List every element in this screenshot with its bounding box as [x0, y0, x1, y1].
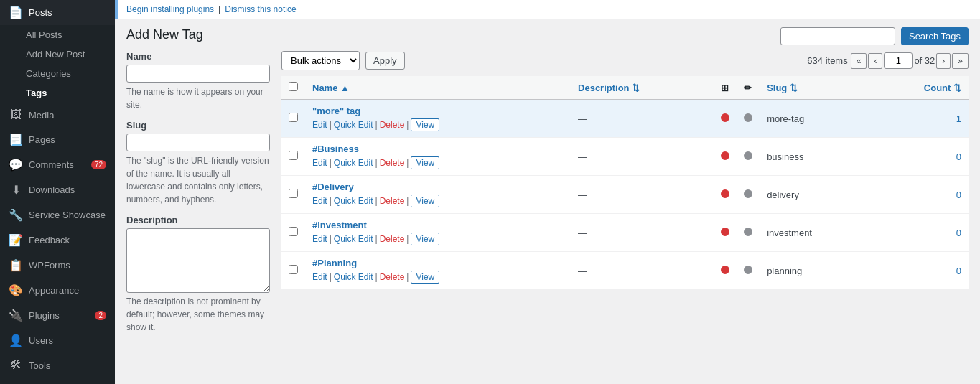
- apply-button[interactable]: Apply: [365, 52, 405, 70]
- tag-name-link[interactable]: #Delivery: [312, 182, 354, 192]
- row-checkbox[interactable]: [289, 265, 298, 274]
- downloads-icon: ⬇: [9, 183, 23, 197]
- edit-action-link[interactable]: Edit: [312, 272, 327, 282]
- search-row: Search Tags: [281, 27, 969, 45]
- delete-action-link[interactable]: Delete: [380, 272, 405, 282]
- name-input[interactable]: [126, 65, 270, 83]
- view-action-link[interactable]: View: [411, 195, 439, 207]
- tag-count: 0: [872, 138, 969, 176]
- delete-action-link[interactable]: Delete: [380, 158, 405, 168]
- sidebar-sub-categories[interactable]: Categories: [0, 64, 115, 83]
- sidebar: 📄 Posts All Posts Add New Post Categorie…: [0, 0, 115, 384]
- dismiss-notice-link[interactable]: Dismiss this notice: [225, 4, 296, 14]
- row-checkbox[interactable]: [289, 151, 298, 160]
- desc-sort-link[interactable]: Description ⇅: [578, 83, 640, 93]
- delete-action-link[interactable]: Delete: [380, 120, 405, 130]
- add-tag-title: Add New Tag: [126, 27, 270, 42]
- slug-input[interactable]: [126, 134, 270, 151]
- sidebar-item-media[interactable]: 🖼 Media: [0, 103, 115, 127]
- sidebar-item-pages-label: Pages: [29, 134, 55, 145]
- count-sort-link[interactable]: Count ⇅: [924, 83, 961, 93]
- tag-description: —: [571, 214, 714, 252]
- sidebar-item-plugins[interactable]: 🔌 Plugins 2: [0, 303, 115, 328]
- table-row: #BusinessEdit|Quick Edit|Delete|View—bus…: [281, 138, 969, 176]
- edit-action-link[interactable]: Edit: [312, 234, 327, 244]
- edit-action-link[interactable]: Edit: [312, 120, 327, 130]
- sidebar-item-plugins-label: Plugins: [29, 310, 60, 321]
- sidebar-item-appearance[interactable]: 🎨 Appearance: [0, 278, 115, 303]
- page-number-input[interactable]: 1: [884, 52, 913, 69]
- install-plugins-link[interactable]: Begin installing plugins: [126, 4, 214, 14]
- search-input[interactable]: [780, 27, 895, 45]
- sidebar-sub-tags[interactable]: Tags: [0, 83, 115, 103]
- row-actions: Edit|Quick Edit|Delete|View: [312, 156, 564, 169]
- count-link[interactable]: 0: [956, 228, 961, 238]
- edit-action-link[interactable]: Edit: [312, 158, 327, 168]
- view-action-link[interactable]: View: [411, 271, 439, 284]
- tags-table: Name ▲ Description ⇅ ⊞ ✏: [281, 76, 969, 290]
- sidebar-item-tools[interactable]: 🛠 Tools: [0, 353, 115, 378]
- search-tags-button[interactable]: Search Tags: [901, 27, 969, 45]
- quick-edit-action-link[interactable]: Quick Edit: [334, 234, 373, 244]
- count-link[interactable]: 1: [956, 113, 961, 124]
- row-checkbox[interactable]: [289, 227, 298, 236]
- slug-sort-link[interactable]: Slug ⇅: [767, 83, 798, 93]
- action-sep: |: [406, 120, 409, 130]
- sidebar-item-comments[interactable]: 💬 Comments 72: [0, 152, 115, 177]
- view-action-link[interactable]: View: [411, 233, 439, 245]
- select-all-checkbox[interactable]: [289, 82, 298, 91]
- bulk-actions-select[interactable]: Bulk actions: [281, 51, 360, 70]
- tag-name-link[interactable]: "more" tag: [312, 106, 360, 116]
- quick-edit-action-link[interactable]: Quick Edit: [334, 158, 373, 168]
- red-dot-icon: [721, 228, 729, 236]
- name-sort-link[interactable]: Name ▲: [312, 83, 350, 93]
- items-count-text: 634 items: [807, 55, 847, 66]
- quick-edit-action-link[interactable]: Quick Edit: [334, 272, 373, 282]
- sidebar-item-feedback[interactable]: 📝 Feedback: [0, 228, 115, 253]
- delete-action-link[interactable]: Delete: [380, 234, 405, 244]
- th-count: Count ⇅: [872, 76, 969, 100]
- view-action-link[interactable]: View: [411, 156, 439, 169]
- first-page-btn[interactable]: «: [851, 53, 867, 69]
- count-link[interactable]: 0: [956, 266, 961, 276]
- row-checkbox[interactable]: [289, 189, 298, 198]
- tag-description: —: [571, 100, 714, 138]
- sidebar-sub-add-new-post[interactable]: Add New Post: [0, 45, 115, 64]
- prev-page-btn[interactable]: ‹: [868, 53, 882, 69]
- status-dot-gray: [737, 176, 760, 214]
- count-link[interactable]: 0: [956, 151, 961, 162]
- sidebar-item-service-showcase[interactable]: 🔧 Service Showcase: [0, 202, 115, 228]
- sidebar-sub-all-posts[interactable]: All Posts: [0, 25, 115, 45]
- sidebar-item-posts[interactable]: 📄 Posts: [0, 0, 115, 25]
- tag-slug: investment: [760, 214, 871, 252]
- sidebar-item-pages[interactable]: 📃 Pages: [0, 127, 115, 152]
- tag-name-link[interactable]: #Investment: [312, 220, 367, 230]
- quick-edit-action-link[interactable]: Quick Edit: [334, 196, 373, 206]
- red-dot-icon: [721, 266, 729, 274]
- content-area: Add New Tag Name The name is how it appe…: [115, 19, 980, 384]
- view-action-link[interactable]: View: [411, 118, 439, 131]
- sidebar-item-wpforms[interactable]: 📋 WPForms: [0, 253, 115, 278]
- sidebar-item-users[interactable]: 👤 Users: [0, 328, 115, 353]
- sidebar-item-downloads[interactable]: ⬇ Downloads: [0, 177, 115, 202]
- pages-icon: 📃: [9, 133, 23, 146]
- tag-count: 0: [872, 252, 969, 290]
- table-row: #PlanningEdit|Quick Edit|Delete|View—pla…: [281, 252, 969, 290]
- gray-dot-icon: [744, 266, 752, 274]
- th-posts-icon: ⊞: [714, 76, 737, 100]
- delete-action-link[interactable]: Delete: [380, 196, 405, 206]
- edit-action-link[interactable]: Edit: [312, 196, 327, 206]
- desc-textarea[interactable]: [126, 228, 270, 293]
- count-link[interactable]: 0: [956, 189, 961, 200]
- comments-icon: 💬: [9, 158, 23, 172]
- tag-name-link[interactable]: #Business: [312, 144, 359, 154]
- quick-edit-action-link[interactable]: Quick Edit: [334, 120, 373, 130]
- comments-badge: 72: [91, 160, 106, 169]
- action-sep: |: [330, 234, 332, 244]
- tag-name-link[interactable]: #Planning: [312, 258, 357, 268]
- last-page-btn[interactable]: »: [952, 53, 969, 69]
- gray-dot-icon: [744, 228, 752, 236]
- gray-dot-icon: [744, 189, 752, 198]
- next-page-btn[interactable]: ›: [936, 53, 951, 69]
- row-checkbox[interactable]: [289, 113, 298, 122]
